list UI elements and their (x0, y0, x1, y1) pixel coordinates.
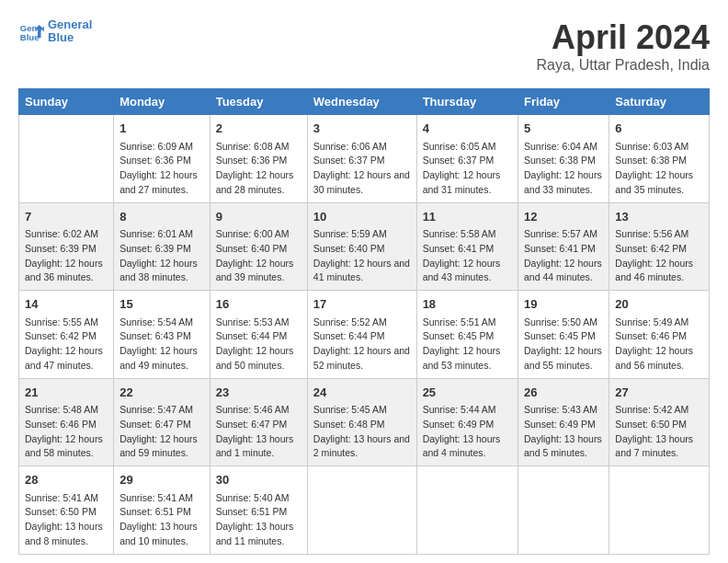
day-number: 13 (615, 208, 703, 226)
day-number: 2 (216, 120, 301, 138)
sunrise-text: Sunrise: 5:47 AM (119, 404, 193, 415)
calendar-cell: 19Sunrise: 5:50 AMSunset: 6:45 PMDayligh… (518, 291, 609, 379)
header-monday: Monday (114, 89, 210, 115)
calendar-cell: 6Sunrise: 6:03 AMSunset: 6:38 PMDaylight… (609, 115, 710, 203)
day-number: 25 (423, 384, 512, 402)
day-number: 16 (216, 295, 301, 314)
calendar-cell: 16Sunrise: 5:53 AMSunset: 6:44 PMDayligh… (210, 291, 307, 379)
calendar-cell: 4Sunrise: 6:05 AMSunset: 6:37 PMDaylight… (416, 115, 518, 203)
calendar-cell: 18Sunrise: 5:51 AMSunset: 6:45 PMDayligh… (416, 291, 518, 379)
daylight-text: Daylight: 12 hours and 47 minutes. (25, 345, 103, 371)
calendar-cell (19, 115, 114, 203)
sunset-text: Sunset: 6:40 PM (216, 243, 288, 254)
sunset-text: Sunset: 6:37 PM (423, 155, 495, 166)
calendar-cell: 28Sunrise: 5:41 AMSunset: 6:50 PMDayligh… (19, 466, 114, 555)
daylight-text: Daylight: 12 hours and 59 minutes. (119, 433, 198, 459)
day-number: 30 (216, 471, 301, 489)
daylight-text: Daylight: 12 hours and 35 minutes. (615, 169, 693, 195)
header-saturday: Saturday (609, 89, 710, 115)
day-number: 23 (216, 384, 301, 402)
subtitle: Raya, Uttar Pradesh, India (536, 57, 710, 74)
calendar-table: SundayMondayTuesdayWednesdayThursdayFrid… (18, 88, 710, 555)
daylight-text: Daylight: 13 hours and 4 minutes. (423, 433, 501, 459)
sunset-text: Sunset: 6:38 PM (524, 155, 596, 166)
sunrise-text: Sunrise: 5:56 AM (615, 228, 688, 239)
calendar-cell: 22Sunrise: 5:47 AMSunset: 6:47 PMDayligh… (114, 378, 210, 466)
daylight-text: Daylight: 12 hours and 31 minutes. (423, 169, 501, 195)
daylight-text: Daylight: 12 hours and 58 minutes. (25, 433, 103, 459)
calendar-week-row: 1Sunrise: 6:09 AMSunset: 6:36 PMDaylight… (19, 115, 710, 203)
sunset-text: Sunset: 6:44 PM (313, 330, 385, 341)
header-friday: Friday (518, 89, 609, 115)
day-number: 22 (119, 384, 204, 402)
daylight-text: Daylight: 13 hours and 7 minutes. (615, 433, 693, 459)
sunrise-text: Sunrise: 5:49 AM (615, 316, 688, 327)
sunrise-text: Sunrise: 6:03 AM (615, 141, 688, 152)
logo-icon: General Blue (18, 18, 44, 44)
sunrise-text: Sunrise: 6:05 AM (423, 141, 496, 152)
sunset-text: Sunset: 6:36 PM (119, 155, 191, 166)
sunrise-text: Sunrise: 5:50 AM (524, 316, 597, 327)
sunset-text: Sunset: 6:36 PM (216, 155, 288, 166)
logo: General Blue General Blue (18, 18, 92, 45)
daylight-text: Daylight: 12 hours and 28 minutes. (216, 169, 294, 195)
sunset-text: Sunset: 6:49 PM (423, 419, 495, 430)
sunset-text: Sunset: 6:50 PM (25, 506, 97, 517)
daylight-text: Daylight: 12 hours and 33 minutes. (524, 169, 602, 195)
daylight-text: Daylight: 12 hours and 30 minutes. (313, 169, 410, 195)
day-number: 27 (615, 384, 703, 402)
daylight-text: Daylight: 12 hours and 53 minutes. (423, 345, 501, 371)
logo-line1: General (48, 18, 92, 31)
day-number: 5 (524, 120, 603, 138)
day-number: 18 (423, 295, 512, 314)
sunset-text: Sunset: 6:51 PM (119, 506, 191, 517)
daylight-text: Daylight: 12 hours and 56 minutes. (615, 345, 693, 371)
calendar-cell: 12Sunrise: 5:57 AMSunset: 6:41 PMDayligh… (518, 202, 609, 291)
sunset-text: Sunset: 6:39 PM (25, 243, 97, 254)
calendar-cell: 29Sunrise: 5:41 AMSunset: 6:51 PMDayligh… (114, 466, 210, 555)
sunset-text: Sunset: 6:37 PM (313, 155, 385, 166)
daylight-text: Daylight: 12 hours and 44 minutes. (524, 258, 602, 283)
day-number: 24 (313, 384, 411, 402)
calendar-cell: 3Sunrise: 6:06 AMSunset: 6:37 PMDaylight… (307, 115, 416, 203)
calendar-week-row: 14Sunrise: 5:55 AMSunset: 6:42 PMDayligh… (19, 291, 710, 379)
calendar-cell: 9Sunrise: 6:00 AMSunset: 6:40 PMDaylight… (210, 202, 307, 291)
sunset-text: Sunset: 6:44 PM (216, 330, 288, 341)
sunrise-text: Sunrise: 5:53 AM (216, 316, 290, 327)
calendar-cell (307, 466, 416, 555)
calendar-cell (609, 466, 710, 555)
header-sunday: Sunday (19, 89, 114, 115)
daylight-text: Daylight: 13 hours and 1 minute. (216, 433, 294, 459)
page-header: General Blue General Blue April 2024 Ray… (18, 18, 710, 74)
main-title: April 2024 (536, 18, 710, 57)
sunset-text: Sunset: 6:40 PM (313, 243, 385, 254)
day-number: 28 (25, 471, 108, 489)
calendar-cell: 26Sunrise: 5:43 AMSunset: 6:49 PMDayligh… (518, 378, 609, 466)
svg-text:Blue: Blue (20, 32, 40, 42)
calendar-cell (518, 466, 609, 555)
day-number: 19 (524, 295, 603, 314)
sunset-text: Sunset: 6:51 PM (216, 506, 288, 517)
sunset-text: Sunset: 6:50 PM (615, 419, 687, 430)
day-number: 29 (119, 471, 204, 489)
sunrise-text: Sunrise: 5:44 AM (423, 404, 496, 415)
calendar-cell: 8Sunrise: 6:01 AMSunset: 6:39 PMDaylight… (114, 202, 210, 291)
calendar-cell: 13Sunrise: 5:56 AMSunset: 6:42 PMDayligh… (609, 202, 710, 291)
day-number: 4 (423, 120, 512, 138)
calendar-cell: 15Sunrise: 5:54 AMSunset: 6:43 PMDayligh… (114, 291, 210, 379)
sunrise-text: Sunrise: 5:58 AM (423, 228, 496, 239)
daylight-text: Daylight: 12 hours and 36 minutes. (25, 258, 103, 283)
sunset-text: Sunset: 6:41 PM (524, 243, 596, 254)
calendar-cell: 30Sunrise: 5:40 AMSunset: 6:51 PMDayligh… (210, 466, 307, 555)
calendar-cell: 27Sunrise: 5:42 AMSunset: 6:50 PMDayligh… (609, 378, 710, 466)
sunrise-text: Sunrise: 6:06 AM (313, 141, 387, 152)
sunset-text: Sunset: 6:47 PM (216, 419, 288, 430)
sunset-text: Sunset: 6:43 PM (119, 330, 191, 341)
calendar-cell: 25Sunrise: 5:44 AMSunset: 6:49 PMDayligh… (416, 378, 518, 466)
daylight-text: Daylight: 13 hours and 8 minutes. (25, 521, 103, 546)
sunrise-text: Sunrise: 6:09 AM (119, 141, 193, 152)
daylight-text: Daylight: 12 hours and 49 minutes. (119, 345, 198, 371)
sunset-text: Sunset: 6:41 PM (423, 243, 495, 254)
header-tuesday: Tuesday (210, 89, 307, 115)
sunrise-text: Sunrise: 5:51 AM (423, 316, 496, 327)
